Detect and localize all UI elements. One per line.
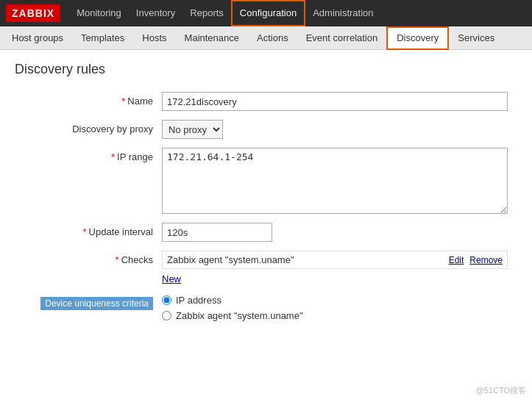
subnav-templates[interactable]: Templates bbox=[72, 26, 133, 50]
proxy-label: Discovery by proxy bbox=[15, 120, 162, 134]
radio-ip-address[interactable]: IP address bbox=[162, 295, 303, 306]
radio-agent-input[interactable] bbox=[162, 311, 171, 320]
required-star: * bbox=[121, 96, 125, 107]
uniqueness-label: Device uniqueness criteria bbox=[40, 297, 153, 310]
subnav-event-correlation[interactable]: Event correlation bbox=[297, 26, 387, 50]
form-row-uniqueness: Device uniqueness criteria IP address Za… bbox=[15, 293, 517, 321]
subnav-host-groups[interactable]: Host groups bbox=[3, 26, 72, 50]
name-input[interactable] bbox=[162, 92, 508, 111]
checks-label: *Checks bbox=[15, 251, 162, 265]
ip-range-label: *IP range bbox=[15, 148, 162, 162]
required-star-checks: * bbox=[116, 254, 119, 265]
page-content: Discovery rules *Name Discovery by proxy… bbox=[0, 50, 532, 342]
top-navigation: ZABBIX Monitoring Inventory Reports Conf… bbox=[0, 0, 532, 26]
subnav-services[interactable]: Services bbox=[449, 26, 503, 50]
subnav-maintenance[interactable]: Maintenance bbox=[176, 26, 248, 50]
zabbix-logo: ZABBIX bbox=[6, 4, 60, 22]
form-row-interval: *Update interval bbox=[15, 223, 517, 242]
proxy-select[interactable]: No proxy bbox=[162, 120, 223, 139]
checks-container: Zabbix agent "system.uname" Edit Remove … bbox=[162, 251, 508, 284]
subnav-discovery[interactable]: Discovery bbox=[386, 26, 449, 50]
radio-zabbix-agent[interactable]: Zabbix agent "system.uname" bbox=[162, 310, 303, 321]
checks-entry-row: Zabbix agent "system.uname" Edit Remove bbox=[162, 251, 508, 269]
page-title: Discovery rules bbox=[15, 62, 517, 77]
nav-configuration[interactable]: Configuration bbox=[231, 0, 305, 26]
form-row-ip-range: *IP range 172.21.64.1-254 bbox=[15, 148, 517, 214]
form-row-name: *Name bbox=[15, 92, 517, 111]
name-label: *Name bbox=[15, 92, 162, 107]
required-star-ip: * bbox=[111, 151, 115, 162]
nav-inventory[interactable]: Inventory bbox=[129, 0, 182, 26]
new-link-wrapper: New bbox=[162, 270, 508, 284]
uniqueness-radio-group: IP address Zabbix agent "system.uname" bbox=[162, 293, 303, 321]
ip-range-textarea[interactable]: 172.21.64.1-254 bbox=[162, 148, 508, 214]
sub-navigation: Host groups Templates Hosts Maintenance … bbox=[0, 26, 532, 50]
nav-administration[interactable]: Administration bbox=[305, 0, 380, 26]
subnav-hosts[interactable]: Hosts bbox=[133, 26, 175, 50]
interval-label: *Update interval bbox=[15, 223, 162, 237]
required-star-interval: * bbox=[82, 226, 86, 237]
radio-ip-label: IP address bbox=[176, 295, 221, 306]
checks-actions: Edit Remove bbox=[449, 255, 503, 265]
form-row-checks: *Checks Zabbix agent "system.uname" Edit… bbox=[15, 251, 517, 284]
edit-link[interactable]: Edit bbox=[449, 255, 464, 265]
new-link[interactable]: New bbox=[162, 273, 181, 284]
checks-entry-text: Zabbix agent "system.uname" bbox=[167, 254, 294, 265]
remove-link[interactable]: Remove bbox=[469, 255, 503, 265]
uniqueness-label-wrapper: Device uniqueness criteria bbox=[15, 293, 162, 310]
radio-agent-label: Zabbix agent "system.uname" bbox=[176, 310, 303, 321]
radio-ip-input[interactable] bbox=[162, 295, 171, 305]
nav-monitoring[interactable]: Monitoring bbox=[69, 0, 129, 26]
form-row-proxy: Discovery by proxy No proxy bbox=[15, 120, 517, 139]
subnav-actions[interactable]: Actions bbox=[248, 26, 297, 50]
interval-input[interactable] bbox=[162, 223, 272, 242]
nav-reports[interactable]: Reports bbox=[182, 0, 231, 26]
